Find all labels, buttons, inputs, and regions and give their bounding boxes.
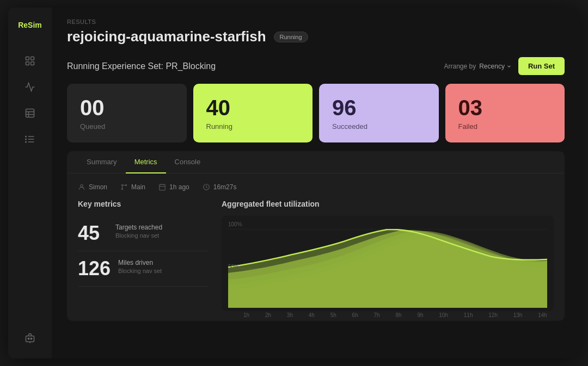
chart-x-13h: 13h	[513, 312, 523, 318]
chart-x-6h: 6h	[352, 312, 358, 318]
chart-x-10h: 10h	[439, 312, 448, 318]
main-content: Results rejoicing-aquamarine-starfish Ru…	[52, 8, 580, 358]
metric-item-miles: 126 Miles driven Blocking nav set	[78, 251, 209, 287]
svg-point-19	[121, 184, 122, 185]
app-window: ReSim	[8, 8, 580, 358]
sidebar-item-table[interactable]	[18, 101, 42, 125]
page-title: rejoicing-aquamarine-starfish	[67, 28, 266, 45]
info-duration: 16m27s	[203, 183, 237, 191]
stat-card-queued: 00 Queued	[67, 84, 187, 142]
info-user: Simon	[78, 183, 107, 191]
chart-x-11h: 11h	[464, 312, 473, 318]
tabs-panel: Summary Metrics Console Simon Main	[67, 151, 565, 321]
stats-row: 00 Queued 40 Running 96 Succeeded 03 Fai…	[67, 84, 565, 142]
stat-number-queued: 00	[80, 96, 174, 120]
metric-value-miles: 126	[78, 259, 111, 278]
key-metrics-section: Key metrics 45 Targets reached Blocking …	[78, 200, 209, 311]
chart-y-100: 100%	[228, 221, 242, 227]
svg-rect-1	[31, 57, 34, 60]
svg-rect-0	[26, 57, 29, 60]
status-badge: Running	[274, 32, 308, 42]
experience-set-title: Running Experience Set: PR_Blocking	[67, 61, 216, 71]
key-metrics-title: Key metrics	[78, 200, 209, 208]
stat-label-succeeded: Succeeded	[332, 122, 426, 131]
chart-x-2h: 2h	[265, 312, 271, 318]
info-user-value: Simon	[89, 183, 107, 191]
bot-icon[interactable]	[18, 326, 42, 350]
sidebar-item-analytics[interactable]	[18, 75, 42, 99]
svg-point-21	[121, 188, 122, 189]
chart-container: 100% 50%	[222, 216, 554, 311]
info-time-ago-value: 1h ago	[169, 183, 189, 191]
arrange-by-label: Arrange by Recency	[444, 63, 511, 70]
metric-name-targets: Targets reached	[115, 224, 162, 231]
fleet-chart-svg	[228, 229, 547, 308]
chart-x-3h: 3h	[287, 312, 293, 318]
svg-point-12	[26, 139, 27, 140]
svg-point-18	[81, 184, 83, 187]
tabs-header: Summary Metrics Console	[67, 151, 565, 173]
svg-point-16	[30, 338, 32, 339]
svg-point-15	[28, 338, 29, 339]
svg-rect-4	[26, 109, 34, 117]
chart-x-12h: 12h	[488, 312, 498, 318]
bar-right: Arrange by Recency Run Set	[444, 57, 565, 75]
svg-point-20	[125, 184, 126, 185]
chart-x-labels: 1h 2h 3h 4h 5h 6h 7h 8h 9h 10h 11h	[228, 310, 547, 318]
clock-icon	[203, 183, 210, 191]
tab-content-metrics: Simon Main 1h ago 16m27s	[67, 173, 565, 321]
metric-sub-miles: Blocking nav set	[118, 268, 162, 274]
metric-value-targets: 45	[78, 224, 108, 243]
stat-card-failed: 03 Failed	[445, 84, 565, 142]
chart-y-50: 50%	[228, 264, 239, 270]
metrics-layout: Key metrics 45 Targets reached Blocking …	[78, 200, 554, 311]
metric-sub-targets: Blocking nav set	[115, 232, 162, 239]
stat-label-queued: Queued	[80, 122, 174, 131]
sidebar: ReSim	[8, 8, 52, 358]
page-header: rejoicing-aquamarine-starfish Running	[67, 28, 565, 45]
tab-console[interactable]: Console	[166, 151, 210, 173]
info-duration-value: 16m27s	[213, 183, 237, 191]
metric-item-targets: 45 Targets reached Blocking nav set	[78, 216, 209, 251]
chart-section: Aggregated fleet utilization 100% 50%	[222, 200, 554, 311]
svg-point-11	[26, 136, 27, 137]
chart-x-1h: 1h	[243, 312, 249, 318]
experience-set-bar: Running Experience Set: PR_Blocking Arra…	[67, 57, 565, 75]
info-branch: Main	[120, 183, 145, 191]
stat-label-failed: Failed	[458, 122, 552, 131]
metric-name-miles: Miles driven	[118, 259, 162, 266]
chart-x-14h: 14h	[538, 312, 547, 318]
metrics-info-row: Simon Main 1h ago 16m27s	[78, 183, 554, 191]
stat-label-running: Running	[206, 122, 300, 131]
svg-rect-3	[31, 62, 34, 65]
chart-x-7h: 7h	[374, 312, 380, 318]
svg-point-13	[26, 141, 27, 142]
stat-number-succeeded: 96	[332, 96, 426, 120]
chevron-down-icon	[506, 64, 512, 69]
breadcrumb: Results	[67, 18, 565, 25]
stat-card-succeeded: 96 Succeeded	[319, 84, 439, 142]
chart-x-9h: 9h	[417, 312, 423, 318]
user-icon	[78, 183, 85, 191]
info-branch-value: Main	[131, 183, 145, 191]
chart-x-4h: 4h	[309, 312, 315, 318]
stat-number-running: 40	[206, 96, 300, 120]
svg-rect-22	[160, 184, 166, 190]
sidebar-item-list[interactable]	[18, 127, 42, 151]
info-time-ago: 1h ago	[158, 183, 189, 191]
chart-title: Aggregated fleet utilization	[222, 200, 554, 208]
tab-summary[interactable]: Summary	[78, 151, 126, 173]
stat-card-running: 40 Running	[193, 84, 313, 142]
svg-rect-2	[26, 62, 29, 65]
arrange-by-value[interactable]: Recency	[479, 63, 512, 70]
calendar-icon	[158, 183, 166, 191]
sidebar-item-dashboard[interactable]	[18, 49, 42, 73]
chart-x-8h: 8h	[395, 312, 401, 318]
chart-x-5h: 5h	[330, 312, 336, 318]
branch-icon	[120, 183, 128, 191]
run-set-button[interactable]: Run Set	[518, 57, 565, 75]
stat-number-failed: 03	[458, 96, 552, 120]
tab-metrics[interactable]: Metrics	[126, 151, 166, 173]
svg-rect-14	[26, 336, 34, 342]
app-logo: ReSim	[18, 16, 42, 34]
